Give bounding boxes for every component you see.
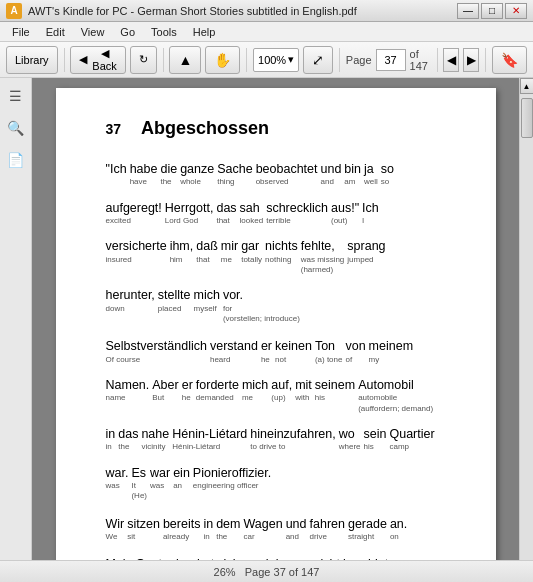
sidebar: ☰ 🔍 📄 <box>0 78 32 560</box>
word-gastgeber: Gastgeberhost <box>136 556 194 560</box>
toolbar: Library ◀ ◀ Back ↻ ▲ ✋ 100% ▾ ⤢ Page of … <box>0 42 533 78</box>
pdf-content: 37 Abgeschossen "Ich habehave diethe gan… <box>32 78 519 560</box>
line-1-1: "Ich habehave diethe ganzewhole Sachethi… <box>106 161 456 194</box>
line-2-2: Namen.name AberBut erhe fordertedemanded… <box>106 377 456 420</box>
scrollbar[interactable]: ▲ <box>519 78 533 560</box>
page-number-input[interactable] <box>376 49 406 71</box>
menu-bar: File Edit View Go Tools Help <box>0 22 533 42</box>
menu-tools[interactable]: Tools <box>143 24 185 40</box>
menu-help[interactable]: Help <box>185 24 224 40</box>
restore-button[interactable]: □ <box>481 3 503 19</box>
word-ihm: ihm,him <box>170 238 194 275</box>
next-page-button[interactable]: ▶ <box>463 48 479 72</box>
zoom-dropdown-icon: ▾ <box>288 53 294 66</box>
word-selbstverstaendlich: SelbstverständlichOf course <box>106 338 207 365</box>
select-tool-button[interactable]: ▲ <box>169 46 201 74</box>
word-noch: nochstill <box>246 556 273 560</box>
word-herunter: herunter,down <box>106 287 155 324</box>
word-bereits: bereitsalready <box>163 516 201 543</box>
window-controls: — □ ✕ <box>457 3 527 19</box>
paragraph-4: MeinMy Gastgeberhost hathas sichhimself … <box>106 556 456 560</box>
word-von: vonof <box>345 338 365 365</box>
paragraph-2: SelbstverständlichOf course verstandhear… <box>106 338 456 507</box>
word-stellte: stellteplaced <box>158 287 191 324</box>
word-aber: AberBut <box>152 377 178 414</box>
sidebar-pages-button[interactable]: 📄 <box>4 148 28 172</box>
word-beobachtet: beobachtetobserved <box>256 161 318 188</box>
main-area: ☰ 🔍 📄 37 Abgeschossen "Ich habehave diet… <box>0 78 533 560</box>
line-2-1: SelbstverständlichOf course verstandhear… <box>106 338 456 371</box>
word-in: inin <box>106 426 116 453</box>
word-dass: daßthat <box>196 238 218 275</box>
word-beruhigt: beruhigt.calmed down <box>343 556 392 560</box>
word-die: diethe <box>160 161 177 188</box>
word-das: dasthat <box>216 200 236 227</box>
menu-go[interactable]: Go <box>112 24 143 40</box>
back-label: ◀ Back <box>92 47 116 72</box>
word-sitzen: sitzensit <box>127 516 160 543</box>
line-3-1: WirWe sitzensit bereitsalready inin demt… <box>106 516 456 549</box>
word-und2: undand <box>286 516 307 543</box>
content-area: 37 Abgeschossen "Ich habehave diethe gan… <box>32 78 533 560</box>
line-4-1: MeinMy Gastgeberhost hathas sichhimself … <box>106 556 456 560</box>
word-nichts: nichtsnothing <box>265 238 298 275</box>
word-seinem: seinemhis <box>315 377 355 414</box>
toolbar-separator-2 <box>163 48 164 72</box>
word-in2: inin <box>203 516 213 543</box>
word-ja: jawell <box>364 161 378 188</box>
word-meinem: meinemmy <box>369 338 413 365</box>
word-das2: dasthe <box>118 426 138 453</box>
word-mir: mirme <box>221 238 238 275</box>
toolbar-separator <box>64 48 65 72</box>
sidebar-menu-button[interactable]: ☰ <box>4 84 28 108</box>
toolbar-separator-4 <box>339 48 340 72</box>
back-button[interactable]: ◀ ◀ Back <box>70 46 125 74</box>
menu-edit[interactable]: Edit <box>38 24 73 40</box>
word-ton: Ton(a) tone <box>315 338 343 365</box>
title-bar: A AWT's Kindle for PC - German Short Sto… <box>0 0 533 22</box>
word-automobil: Automobilautomobile(auffordern; demand) <box>358 377 433 414</box>
word-nahe: nahevicinity <box>141 426 169 453</box>
word-so: soso <box>381 161 394 188</box>
page-of-label: of 147 <box>410 48 431 72</box>
window-title: AWT's Kindle for PC - German Short Stori… <box>28 5 357 17</box>
app-icon: A <box>6 3 22 19</box>
prev-page-button[interactable]: ◀ <box>443 48 459 72</box>
sidebar-search-button[interactable]: 🔍 <box>4 116 28 140</box>
word-herrgott: Herrgott,Lord God <box>165 200 214 227</box>
menu-file[interactable]: File <box>4 24 38 40</box>
library-button[interactable]: Library <box>6 46 58 74</box>
word-wo: wowhere <box>339 426 361 453</box>
word-henin: Hénin-LiétardHénin-Liétard <box>172 426 247 453</box>
word-habe: habehave <box>130 161 158 188</box>
page-label: Page <box>346 54 372 66</box>
word-sich: sichhimself <box>217 556 242 560</box>
scrollbar-up-button[interactable]: ▲ <box>520 78 534 94</box>
minimize-button[interactable]: — <box>457 3 479 19</box>
bookmark-button[interactable]: 🔖 <box>492 46 527 74</box>
word-an: an.on <box>390 516 407 543</box>
word-wir: WirWe <box>106 516 125 543</box>
close-button[interactable]: ✕ <box>505 3 527 19</box>
scrollbar-thumb[interactable] <box>521 98 533 138</box>
line-2-4: war.was EsIt(He) warwas einan Pionieroff… <box>106 465 456 508</box>
paragraph-1: "Ich habehave diethe ganzewhole Sachethi… <box>106 161 456 330</box>
word-mich2: michme <box>242 377 268 414</box>
word-keinen: keinennot <box>275 338 312 365</box>
pan-tool-button[interactable]: ✋ <box>205 46 240 74</box>
status-page-info: Page 37 of 147 <box>245 566 320 578</box>
line-2-3: inin dasthe nahevicinity Hénin-LiétardHé… <box>106 426 456 459</box>
word-sein: seinhis <box>364 426 387 453</box>
zoom-select[interactable]: 100% ▾ <box>253 48 299 72</box>
refresh-button[interactable]: ↻ <box>130 46 157 74</box>
word-er2: erhe <box>182 377 193 414</box>
toolbar-separator-3 <box>246 48 247 72</box>
word-ein: einan <box>173 465 190 502</box>
fit-page-button[interactable]: ⤢ <box>303 46 333 74</box>
menu-view[interactable]: View <box>73 24 113 40</box>
word-fahren: fahrendrive <box>310 516 345 543</box>
chapter-title: Abgeschossen <box>141 118 269 139</box>
word-er: erhe <box>261 338 272 365</box>
word-pionieroffizier: Pionieroffizier.engineering officer <box>193 465 271 502</box>
back-arrow-icon: ◀ <box>79 53 87 66</box>
